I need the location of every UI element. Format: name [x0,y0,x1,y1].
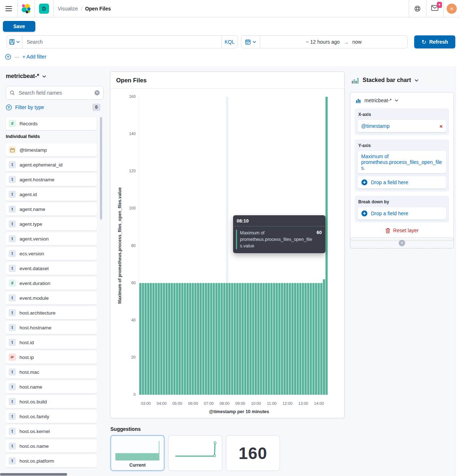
field-name: host.os.name [19,443,49,449]
space-selector[interactable]: D [35,0,53,17]
time-range[interactable]: ~ 12 hours ago → now [260,36,407,48]
field-name: ecs.version [19,251,44,256]
field-name: agent.type [19,221,42,227]
field-list-item[interactable]: t host.architecture [6,306,97,319]
query-bar: KQL [6,35,238,48]
filter-by-type-row[interactable]: Filter by type 0 [6,103,100,112]
chart-type-switcher[interactable]: Stacked bar chart [352,77,419,84]
horizontal-scrollbar[interactable] [0,473,67,476]
suggestions-heading: Suggestions [110,426,141,432]
saved-query-menu-button[interactable] [7,36,22,48]
field-list-item[interactable]: t host.os.family [6,410,97,423]
suggestion-line-chart[interactable] [168,435,222,471]
field-list-item[interactable]: t agent.id [6,188,97,201]
filter-count-badge: 0 [92,104,100,111]
field-name: @timestamp [19,147,47,153]
query-language-button[interactable]: KQL [222,36,237,48]
index-pattern-switcher[interactable]: metricbeat-* [6,73,46,79]
suggestion-metric-value: 160 [238,443,267,463]
reset-layer-label: Reset layer [393,228,419,233]
records-field[interactable]: # Records [6,117,97,130]
y-axis-dimension[interactable]: Maximum of prometheus.process_files_open… [358,151,446,173]
field-list-item[interactable]: t ecs.version [6,247,97,260]
drop-field-label: Drop a field here [371,211,408,216]
field-list-item[interactable]: @timestamp [6,143,97,156]
add-layer-button[interactable]: + [350,238,454,248]
x-tick-label: 08:00 [215,401,233,406]
field-list-item[interactable]: t host.os.build [6,395,97,408]
y-tick-label: 40 [110,318,136,322]
time-from[interactable]: ~ 12 hours ago [306,39,340,45]
menu-button[interactable] [0,0,17,17]
newsfeed-button[interactable] [426,0,443,17]
field-list-item[interactable]: t host.os.platform [6,454,97,467]
field-list-item[interactable]: # event.duration [6,277,97,290]
field-list-item[interactable]: t host.os.kernel [6,425,97,438]
x-tick-label: 03:00 [137,401,155,406]
field-name: host.architecture [19,310,56,316]
save-button[interactable]: Save [3,21,35,32]
field-list-item[interactable]: t agent.type [6,217,97,230]
chevron-down-icon [415,79,419,82]
field-list-item[interactable]: t agent.hostname [6,173,97,186]
layer-index-pattern-switcher[interactable]: metricbeat-* [355,98,449,103]
clear-search-icon[interactable]: ✕ [95,90,100,95]
user-menu-button[interactable]: e [443,0,460,17]
filter-set-icon[interactable] [5,54,11,60]
text-field-icon: t [9,161,16,168]
chevron-down-icon [253,41,256,43]
x-tick-label: 14:00 [310,401,328,406]
field-list-item[interactable]: t agent.ephemeral_id [6,158,97,171]
search-input[interactable] [22,36,222,48]
breadcrumb-visualize[interactable]: Visualize [58,6,78,12]
field-list-item[interactable]: t event.module [6,291,97,304]
field-list-item[interactable]: t host.name [6,380,97,393]
field-list-item[interactable]: t host.id [6,336,97,349]
filter-dash: — [14,54,19,60]
field-list-item[interactable]: IP host.ip [6,351,97,364]
y-tick-label: 60 [110,281,136,285]
fields-list-scrollbar[interactable] [100,117,102,220]
y-axis-drop-zone[interactable]: Drop a field here [358,176,446,189]
x-tick-label: 04:00 [153,401,171,406]
field-list-item[interactable]: t host.os.name [6,440,97,453]
reset-layer-button[interactable]: Reset layer [355,228,449,233]
x-tick-label: 13:00 [294,401,312,406]
x-axis-field: @timestamp [361,123,390,129]
elastic-home-button[interactable] [17,0,35,17]
breadcrumb: Visualize / Open Files [58,0,111,17]
tooltip-value: 60 [317,230,322,235]
browser-scrollbar-track[interactable] [456,66,460,476]
text-field-icon: t [9,383,16,390]
break-down-drop-zone[interactable]: Drop a field here [358,207,446,220]
x-axis-dimension[interactable]: @timestamp × [358,120,446,132]
suggestion-metric[interactable]: 160 [226,435,280,471]
number-field-icon: # [9,120,16,127]
field-list-item[interactable]: t host.hostname [6,321,97,334]
y-axis-group: Y-axis Maximum of prometheus.process_fil… [355,139,449,191]
date-quick-menu-button[interactable] [241,36,260,48]
divider [53,0,54,17]
time-to[interactable]: now [352,39,362,45]
text-field-icon: t [9,398,16,405]
refresh-button[interactable]: ↻ Refresh [414,35,455,48]
field-name: agent.id [19,192,37,197]
text-field-icon: t [9,442,16,450]
suggestion-current[interactable]: Current [110,435,165,471]
records-label: Records [19,121,38,126]
tooltip-time: 08:10 [233,215,325,226]
field-search-input[interactable] [18,90,92,96]
x-tick-label: 09:00 [231,401,249,406]
field-name: host.os.kernel [19,429,50,434]
stacked-bar-chart-icon [352,77,359,84]
field-search-box: ✕ [6,86,104,100]
add-filter-button[interactable]: + Add filter [22,54,47,60]
remove-dimension-icon[interactable]: × [439,124,443,129]
field-list-item[interactable]: t agent.name [6,203,97,216]
x-tick-label: 05:00 [168,401,186,406]
field-name: event.dataset [19,266,49,271]
field-list-item[interactable]: t event.dataset [6,262,97,275]
help-button[interactable] [409,0,426,17]
field-list-item[interactable]: t agent.version [6,232,97,245]
field-list-item[interactable]: t host.mac [6,365,97,378]
